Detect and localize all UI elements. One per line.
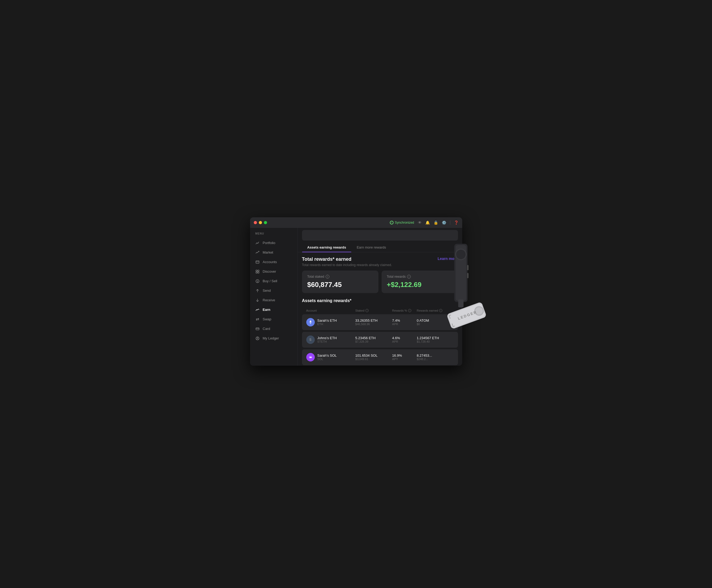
eye-icon[interactable]: 👁 [418, 220, 422, 225]
menu-label: MENU [250, 232, 298, 238]
svg-rect-16 [467, 265, 469, 270]
receive-icon [256, 298, 260, 302]
content-area: Assets earning rewards Earn more rewards… [298, 228, 462, 366]
sidebar-item-my-ledger[interactable]: My Ledger [250, 334, 298, 343]
send-label: Send [263, 289, 271, 293]
separator [450, 220, 450, 225]
sidebar-item-market[interactable]: Market [250, 248, 298, 257]
total-staked-card: Total staked i $60,877.45 [302, 271, 379, 293]
table-header: Account Staked i Rewards % i Rewards ear… [302, 307, 458, 314]
account-info-eth: Sarah's ETH ETH [318, 318, 337, 326]
tabs-container: Assets earning rewards Earn more rewards [298, 243, 462, 252]
app-window: ✓ Synchronized 👁 🔔 🔒 ⚙️ ❓ MENU [250, 217, 462, 366]
sync-status: ✓ Synchronized [390, 221, 414, 225]
svg-rect-1 [256, 270, 257, 271]
earn-icon [256, 308, 260, 312]
sidebar-item-send[interactable]: Send [250, 286, 298, 295]
traffic-lights [254, 221, 267, 224]
card-label: Card [263, 327, 270, 331]
tab-assets-earning[interactable]: Assets earning rewards [302, 243, 352, 252]
sidebar-item-receive[interactable]: Receive [250, 295, 298, 305]
tab-earn-more[interactable]: Earn more rewards [351, 243, 391, 252]
portfolio-icon [256, 241, 260, 245]
main-layout: MENU Portfolio [250, 228, 462, 366]
staked-cell-sol: 101.6534 SOL $3,049.61 [355, 354, 392, 361]
sidebar-item-earn[interactable]: Earn [250, 305, 298, 315]
col-rewards-pct: Rewards % i [392, 309, 417, 312]
table-row[interactable]: S Johns's ETH STETH 5.23456 ETH $7,328.3… [302, 332, 458, 348]
svg-marker-10 [309, 320, 311, 322]
sidebar-item-swap[interactable]: Swap [250, 315, 298, 324]
bell-icon[interactable]: 🔔 [425, 220, 430, 225]
buy-sell-icon: $ [256, 279, 260, 283]
account-cell-eth: Sarah's ETH ETH [306, 318, 355, 327]
rewards-subtitle: Total rewards earned to date including r… [302, 263, 392, 267]
discover-icon [256, 270, 260, 274]
receive-label: Receive [263, 298, 275, 302]
svg-text:$: $ [257, 280, 258, 283]
stats-grid: Total staked i $60,877.45 Total rewards … [302, 271, 458, 293]
staked-col-info[interactable]: i [365, 309, 369, 312]
svg-rect-3 [256, 272, 257, 273]
ledger-device: LEDGER [438, 244, 497, 350]
minimize-button[interactable] [259, 221, 262, 224]
content-body: Total rewards* earned Total rewards earn… [298, 252, 462, 366]
table-row[interactable]: Sarah's ETH ETH 33.26355 ETH $46,568.96 … [302, 314, 458, 330]
lock-icon[interactable]: 🔒 [433, 220, 438, 225]
send-icon [256, 289, 260, 293]
title-bar-right: ✓ Synchronized 👁 🔔 🔒 ⚙️ ❓ [390, 220, 459, 225]
accounts-icon [256, 260, 260, 264]
avatar-eth [306, 318, 315, 327]
swap-label: Swap [263, 317, 271, 321]
col-staked: Staked i [355, 309, 392, 312]
svg-marker-11 [309, 322, 311, 324]
rewards-title: Total rewards* earned [302, 256, 392, 262]
svg-rect-2 [258, 270, 259, 271]
rewards-pct-cell-steth: 4.6% APR [392, 336, 417, 343]
table-row[interactable]: Sarah's SOL SOL 101.6534 SOL $3,049.61 1… [302, 349, 458, 365]
staked-info-icon[interactable]: i [326, 275, 329, 278]
sidebar-item-portfolio[interactable]: Portfolio [250, 238, 298, 248]
account-cell-sol: Sarah's SOL SOL [306, 353, 355, 361]
avatar-sol [306, 353, 315, 361]
svg-rect-4 [258, 272, 259, 273]
earn-label: Earn [263, 308, 270, 312]
help-icon[interactable]: ❓ [454, 220, 459, 225]
close-button[interactable] [254, 221, 257, 224]
card-icon [256, 327, 260, 331]
my-ledger-icon [256, 336, 260, 340]
avatar-steth: S [306, 335, 315, 344]
sync-label: Synchronized [395, 221, 414, 225]
col-account: Account [306, 309, 355, 312]
svg-point-9 [257, 337, 258, 338]
app-wrapper: ✓ Synchronized 👁 🔔 🔒 ⚙️ ❓ MENU [250, 217, 462, 371]
staked-cell-steth: 5.23456 ETH $7,328.39 [355, 336, 392, 343]
maximize-button[interactable] [264, 221, 267, 224]
market-label: Market [263, 250, 273, 254]
rewards-title-block: Total rewards* earned Total rewards earn… [302, 256, 392, 267]
my-ledger-label: My Ledger [263, 336, 279, 340]
settings-icon[interactable]: ⚙️ [442, 220, 446, 225]
rewards-pct-col-info[interactable]: i [408, 309, 411, 312]
discover-label: Discover [263, 270, 276, 273]
account-info-steth: Johns's ETH STETH [318, 336, 337, 343]
sidebar-item-card[interactable]: Card [250, 324, 298, 334]
rewards-info-icon[interactable]: i [407, 275, 411, 278]
svg-rect-7 [256, 328, 259, 330]
sidebar-item-discover[interactable]: Discover [250, 267, 298, 276]
staked-cell-eth: 33.26355 ETH $46,568.96 [355, 318, 392, 326]
search-bar[interactable] [302, 230, 458, 240]
sidebar: MENU Portfolio [250, 228, 298, 366]
svg-rect-0 [256, 261, 259, 264]
sidebar-item-buy-sell[interactable]: $ Buy / Sell [250, 276, 298, 286]
sync-icon: ✓ [390, 221, 393, 225]
sidebar-item-accounts[interactable]: Accounts [250, 257, 298, 267]
svg-point-15 [456, 250, 466, 259]
total-staked-label: Total staked i [307, 275, 373, 278]
rewards-header: Total rewards* earned Total rewards earn… [302, 256, 458, 267]
account-info-sol: Sarah's SOL SOL [318, 354, 337, 361]
portfolio-label: Portfolio [263, 241, 276, 245]
accounts-label: Accounts [263, 260, 277, 264]
assets-section-title: Assets earning rewards* [302, 298, 458, 303]
market-icon [256, 250, 260, 255]
